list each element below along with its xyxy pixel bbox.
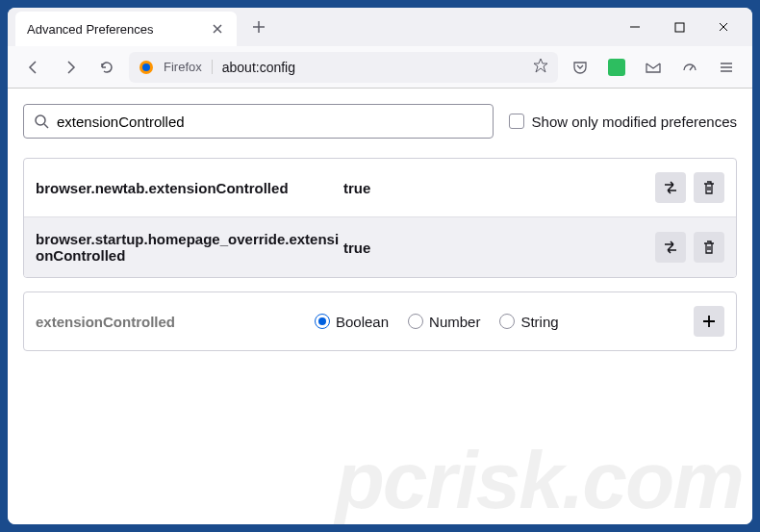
browser-window: Advanced Preferences: [8, 8, 752, 524]
svg-point-2: [142, 63, 150, 71]
svg-point-3: [36, 115, 45, 125]
url-bar[interactable]: Firefox about:config: [129, 52, 558, 83]
pref-name: browser.startup.homepage_override.extens…: [36, 231, 343, 264]
tab-title: Advanced Preferences: [27, 22, 154, 37]
url-brand: Firefox: [164, 60, 213, 74]
search-input[interactable]: [57, 114, 483, 130]
add-preference-button[interactable]: [694, 306, 724, 337]
pref-value: true: [343, 180, 655, 196]
url-address: about:config: [222, 60, 523, 75]
radio-number[interactable]: Number: [408, 314, 480, 330]
search-box[interactable]: [23, 104, 494, 139]
new-preference-row: extensionControlled Boolean Number Strin…: [23, 291, 737, 351]
search-icon: [34, 114, 49, 129]
radio-boolean[interactable]: Boolean: [315, 314, 389, 330]
toolbar: Firefox about:config: [8, 46, 752, 89]
delete-button[interactable]: [694, 172, 724, 203]
maximize-button[interactable]: [658, 12, 700, 42]
pref-actions: [655, 172, 724, 203]
radio-string[interactable]: String: [499, 314, 558, 330]
type-radio-group: Boolean Number String: [315, 314, 694, 330]
pref-name: browser.newtab.extensionControlled: [36, 180, 343, 196]
pref-value: true: [343, 240, 655, 256]
firefox-icon: [139, 60, 154, 75]
close-tab-icon[interactable]: [210, 21, 225, 37]
dashboard-icon[interactable]: [675, 53, 704, 82]
preferences-table: browser.newtab.extensionControlled true …: [23, 158, 737, 278]
tab-bar: Advanced Preferences: [8, 8, 752, 46]
toggle-button[interactable]: [655, 172, 686, 203]
forward-button[interactable]: [56, 53, 85, 82]
new-tab-button[interactable]: [244, 13, 273, 41]
radio-input[interactable]: [408, 314, 423, 329]
delete-button[interactable]: [694, 232, 724, 263]
pref-actions: [655, 232, 724, 263]
radio-input[interactable]: [315, 314, 330, 329]
new-pref-name: extensionControlled: [36, 314, 315, 330]
menu-icon[interactable]: [712, 53, 741, 82]
radio-text: Number: [429, 314, 480, 330]
close-window-button[interactable]: [702, 12, 745, 42]
toolbar-icons: [566, 53, 741, 82]
pref-row[interactable]: browser.newtab.extensionControlled true: [24, 159, 736, 217]
pocket-icon[interactable]: [566, 53, 595, 82]
pref-row[interactable]: browser.startup.homepage_override.extens…: [24, 217, 736, 277]
radio-text: Boolean: [336, 314, 389, 330]
evernote-icon[interactable]: [602, 53, 631, 82]
watermark: pcrisk.com: [335, 434, 743, 524]
radio-text: String: [520, 314, 558, 330]
show-modified-checkbox[interactable]: [509, 114, 524, 129]
search-row: Show only modified preferences: [23, 104, 737, 139]
browser-tab[interactable]: Advanced Preferences: [15, 12, 237, 46]
reload-button[interactable]: [92, 53, 121, 82]
back-button[interactable]: [19, 53, 48, 82]
page-content: Show only modified preferences browser.n…: [8, 89, 752, 524]
mail-icon[interactable]: [639, 53, 668, 82]
radio-input[interactable]: [499, 314, 515, 329]
window-controls: [614, 12, 752, 42]
checkbox-text: Show only modified preferences: [532, 114, 737, 130]
show-modified-checkbox-label[interactable]: Show only modified preferences: [509, 114, 737, 130]
svg-rect-0: [675, 23, 684, 32]
minimize-button[interactable]: [614, 12, 656, 42]
toggle-button[interactable]: [655, 232, 686, 263]
bookmark-icon[interactable]: [533, 58, 548, 77]
